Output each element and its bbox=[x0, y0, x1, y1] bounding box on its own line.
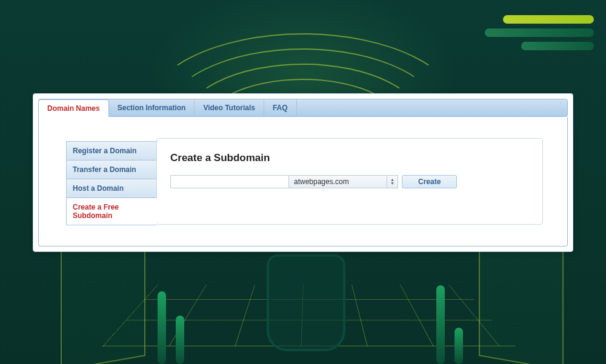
chevron-down-icon: ▼ bbox=[390, 182, 395, 185]
side-item-host-domain[interactable]: Host a Domain bbox=[66, 179, 157, 198]
side-item-transfer-domain[interactable]: Transfer a Domain bbox=[66, 160, 157, 179]
form-card: Create a Subdomain atwebpages.com ▲ ▼ Cr… bbox=[156, 138, 543, 225]
domain-select-value: atwebpages.com bbox=[294, 177, 349, 186]
form-row: atwebpages.com ▲ ▼ Create bbox=[170, 175, 529, 188]
tab-faq[interactable]: FAQ bbox=[264, 99, 297, 116]
domain-select[interactable]: atwebpages.com bbox=[289, 175, 387, 188]
subdomain-input[interactable] bbox=[170, 175, 289, 188]
tab-content: Register a Domain Transfer a Domain Host… bbox=[38, 117, 568, 247]
form-heading: Create a Subdomain bbox=[170, 152, 529, 164]
side-menu: Register a Domain Transfer a Domain Host… bbox=[66, 141, 157, 225]
tab-section-information[interactable]: Section Information bbox=[109, 99, 195, 116]
domain-select-spinner[interactable]: ▲ ▼ bbox=[387, 175, 398, 188]
create-button[interactable]: Create bbox=[402, 175, 457, 188]
side-item-register-domain[interactable]: Register a Domain bbox=[66, 141, 157, 160]
tab-bar: Domain Names Section Information Video T… bbox=[38, 99, 568, 117]
side-item-create-free-subdomain[interactable]: Create a Free Subdomain bbox=[66, 197, 157, 225]
control-panel: Domain Names Section Information Video T… bbox=[33, 93, 573, 252]
tab-video-tutorials[interactable]: Video Tutorials bbox=[195, 99, 264, 116]
tab-domain-names[interactable]: Domain Names bbox=[38, 99, 109, 117]
